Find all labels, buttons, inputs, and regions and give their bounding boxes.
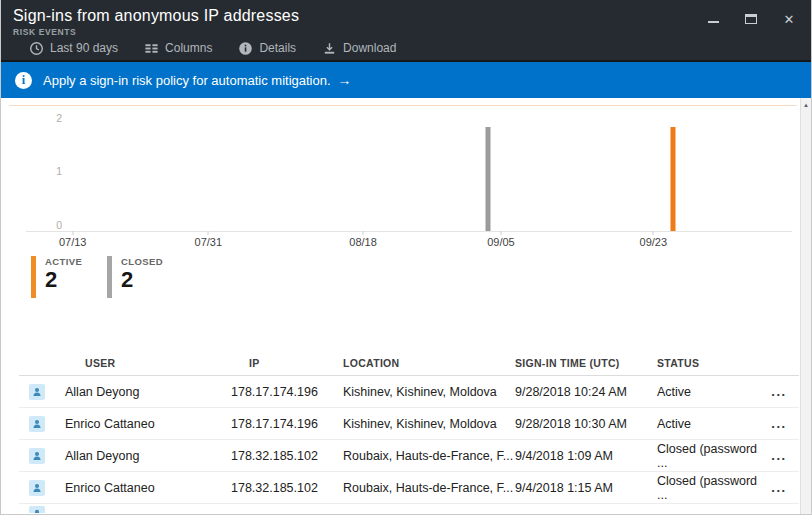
row-menu-button[interactable]: ... — [759, 448, 799, 463]
titlebar: Sign-ins from anonymous IP addresses RIS… — [1, 0, 811, 36]
chart-bar-active[interactable] — [671, 127, 676, 231]
stat-tile-active[interactable]: ACTIVE2 — [31, 256, 89, 298]
table-row[interactable]: Enrico Cattaneo178.32.185.102Roubaix, Ha… — [19, 472, 799, 504]
minimize-icon — [708, 21, 719, 23]
column-header-location[interactable]: LOCATION — [343, 357, 515, 369]
toolbar-item-label: Download — [343, 41, 396, 55]
x-axis-tick-label: 07/31 — [195, 236, 223, 248]
x-axis-tick-mark — [500, 231, 501, 235]
column-header-status[interactable]: STATUS — [657, 357, 759, 369]
columns-icon — [144, 41, 159, 56]
status-cell: Active — [657, 385, 759, 399]
info-icon — [238, 41, 253, 56]
close-button[interactable]: ✕ — [781, 12, 797, 26]
stat-tile-label: ACTIVE — [45, 256, 89, 267]
toolbar: Last 90 daysColumnsDetailsDownload — [1, 36, 811, 60]
risk-events-chart: 01207/1307/3108/1809/0509/23 — [26, 106, 792, 256]
toolbar-details-button[interactable]: Details — [238, 41, 296, 56]
chart-bar-closed[interactable] — [485, 127, 490, 231]
avatar-cell — [19, 448, 65, 464]
scroll-up-icon[interactable]: ▲ — [801, 98, 811, 112]
user-avatar-icon — [29, 384, 45, 400]
x-axis-tick-mark — [653, 231, 654, 235]
x-axis-tick-mark — [72, 231, 73, 235]
location-cell: Kishinev, Kishinev, Moldova — [343, 417, 515, 431]
row-menu-button[interactable]: ... — [759, 416, 799, 431]
status-cell: Active — [657, 417, 759, 431]
title-block: Sign-ins from anonymous IP addresses RIS… — [13, 7, 299, 37]
y-axis-tick-label: 1 — [44, 165, 62, 177]
ip-cell: 178.17.174.196 — [231, 385, 343, 399]
user-cell: Enrico Cattaneo — [65, 417, 231, 431]
avatar-cell — [19, 384, 65, 400]
column-header-sign-in-time-utc[interactable]: SIGN-IN TIME (UTC) — [515, 357, 657, 369]
minimize-button[interactable] — [705, 12, 721, 26]
column-header-user[interactable]: USER — [65, 357, 231, 369]
table-header-row: USERIPLOCATIONSIGN-IN TIME (UTC)STATUS — [19, 350, 799, 376]
row-menu-button[interactable]: ... — [759, 480, 799, 495]
y-axis-tick-label: 0 — [44, 219, 62, 231]
toolbar-item-label: Columns — [165, 41, 212, 55]
table-row-partial — [19, 504, 799, 513]
avatar-cell — [19, 480, 65, 496]
signin-time-cell: 9/28/2018 10:24 AM — [515, 385, 657, 399]
banner-text: Apply a sign-in risk policy for automati… — [43, 73, 331, 88]
user-avatar — [29, 506, 45, 513]
column-header-ip[interactable]: IP — [231, 357, 343, 369]
user-avatar-icon — [29, 416, 45, 432]
stat-tiles: ACTIVE2CLOSED2 — [31, 256, 165, 298]
x-axis-tick-label: 08/18 — [349, 236, 377, 248]
download-icon — [322, 41, 337, 56]
ip-cell: 178.17.174.196 — [231, 417, 343, 431]
y-axis-tick-label: 2 — [44, 112, 62, 124]
chart-plot-area: 01207/1307/3108/1809/0509/23 — [26, 118, 792, 232]
sign-ins-table: USERIPLOCATIONSIGN-IN TIME (UTC)STATUS A… — [19, 350, 799, 513]
location-cell: Roubaix, Hauts-de-France, F... — [343, 449, 515, 463]
maximize-button[interactable] — [743, 12, 759, 26]
table-row[interactable]: Allan Deyong178.32.185.102Roubaix, Hauts… — [19, 440, 799, 472]
user-cell: Allan Deyong — [65, 385, 231, 399]
location-cell: Roubaix, Hauts-de-France, F... — [343, 481, 515, 495]
maximize-icon — [745, 14, 757, 24]
x-axis-tick-label: 07/13 — [59, 236, 87, 248]
window-header: Sign-ins from anonymous IP addresses RIS… — [1, 0, 811, 62]
toolbar-download-button[interactable]: Download — [322, 41, 396, 56]
page-title: Sign-ins from anonymous IP addresses — [13, 7, 299, 25]
window-controls: ✕ — [705, 12, 797, 26]
ip-cell: 178.32.185.102 — [231, 449, 343, 463]
user-avatar-icon — [29, 480, 45, 496]
info-icon: i — [15, 72, 32, 89]
user-cell: Enrico Cattaneo — [65, 481, 231, 495]
stat-tile-value: 2 — [45, 268, 89, 291]
arrow-right-icon: → — [338, 72, 352, 88]
stat-tile-value: 2 — [121, 268, 165, 291]
signin-time-cell: 9/4/2018 1:15 AM — [515, 481, 657, 495]
toolbar-last-90-days-button[interactable]: Last 90 days — [29, 41, 118, 56]
row-menu-button[interactable]: ... — [759, 384, 799, 399]
x-axis-tick-label: 09/23 — [640, 236, 668, 248]
table-row[interactable]: Allan Deyong178.17.174.196Kishinev, Kish… — [19, 376, 799, 408]
stat-tile-closed[interactable]: CLOSED2 — [107, 256, 165, 298]
avatar-cell — [19, 416, 65, 432]
toolbar-item-label: Last 90 days — [50, 41, 118, 55]
status-cell: Closed (password ... — [657, 474, 759, 502]
page-subtitle: RISK EVENTS — [13, 27, 299, 37]
ip-cell: 178.32.185.102 — [231, 481, 343, 495]
toolbar-columns-button[interactable]: Columns — [144, 41, 212, 56]
risk-events-window: Sign-ins from anonymous IP addresses RIS… — [0, 0, 812, 515]
location-cell: Kishinev, Kishinev, Moldova — [343, 385, 515, 399]
signin-time-cell: 9/4/2018 1:09 AM — [515, 449, 657, 463]
stat-tile-label: CLOSED — [121, 256, 165, 267]
clock-icon — [29, 41, 44, 56]
status-cell: Closed (password ... — [657, 442, 759, 470]
x-axis-tick-mark — [208, 231, 209, 235]
info-banner[interactable]: i Apply a sign-in risk policy for automa… — [1, 62, 811, 98]
vertical-scrollbar[interactable]: ▲ — [800, 98, 811, 515]
user-cell: Allan Deyong — [65, 449, 231, 463]
table-row[interactable]: Enrico Cattaneo178.17.174.196Kishinev, K… — [19, 408, 799, 440]
x-axis-tick-mark — [363, 231, 364, 235]
signin-time-cell: 9/28/2018 10:30 AM — [515, 417, 657, 431]
user-avatar-icon — [29, 448, 45, 464]
toolbar-item-label: Details — [259, 41, 296, 55]
content-area: 01207/1307/3108/1809/0509/23 ACTIVE2CLOS… — [1, 98, 811, 515]
